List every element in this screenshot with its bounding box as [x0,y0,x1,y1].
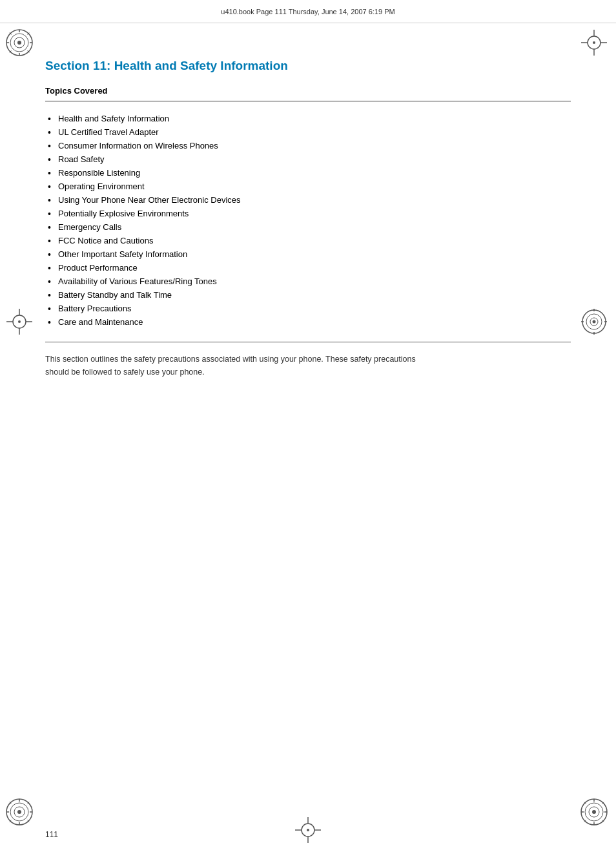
corner-mark-mid-left [5,307,36,338]
list-item: UL Certified Travel Adapter [45,125,571,139]
list-item: Using Your Phone Near Other Electronic D… [45,193,571,207]
list-item: Battery Standby and Talk Time [45,288,571,302]
svg-point-35 [17,810,21,814]
list-item: Product Performance [45,261,571,275]
crosshair-right-icon [580,307,608,336]
bottom-divider [45,342,571,342]
header-text: u410.book Page 111 Thursday, June 14, 20… [221,8,395,16]
corner-mark-top-left [5,28,36,59]
bottom-center-crosshair-icon [294,816,322,844]
corner-mark-bottom-right [580,798,611,829]
section-title: Section 11: Health and Safety Informatio… [45,59,571,73]
topics-header: Topics Covered [45,86,571,96]
corner-mark-bottom-left [5,798,36,829]
description-text: This section outlines the safety precaut… [45,353,420,379]
list-item: Operating Environment [45,180,571,193]
bottom-center-mark [294,816,322,847]
crosshair-icon [580,28,608,57]
starburst-icon [5,28,34,57]
bullseye-icon [5,307,34,336]
page-number: 111 [45,830,58,839]
starburst-bottom-left-icon [5,798,34,826]
list-item: Responsible Listening [45,166,571,180]
topics-list: Health and Safety Information UL Certifi… [45,112,571,329]
list-item: Road Safety [45,152,571,166]
svg-point-27 [593,320,596,324]
list-item: Consumer Information on Wireless Phones [45,139,571,152]
header-bar: u410.book Page 111 Thursday, June 14, 20… [0,0,616,23]
starburst-bottom-right-icon [580,798,608,826]
svg-point-23 [18,320,21,323]
list-item: FCC Notice and Cautions [45,234,571,247]
topics-divider [45,101,571,101]
svg-point-3 [17,41,21,45]
list-item: Emergency Calls [45,220,571,234]
list-item: Availability of Various Features/Ring To… [45,275,571,288]
svg-point-17 [593,41,595,44]
content-area: Section 11: Health and Safety Informatio… [45,23,571,813]
svg-point-47 [592,810,596,814]
svg-point-61 [307,829,309,831]
corner-mark-mid-right [580,307,611,338]
list-item: Care and Maintenance [45,315,571,329]
list-item: Health and Safety Information [45,112,571,125]
list-item: Potentially Explosive Environments [45,207,571,220]
corner-mark-top-right [580,28,611,59]
list-item: Other Important Safety Information [45,247,571,261]
list-item: Battery Precautions [45,302,571,315]
